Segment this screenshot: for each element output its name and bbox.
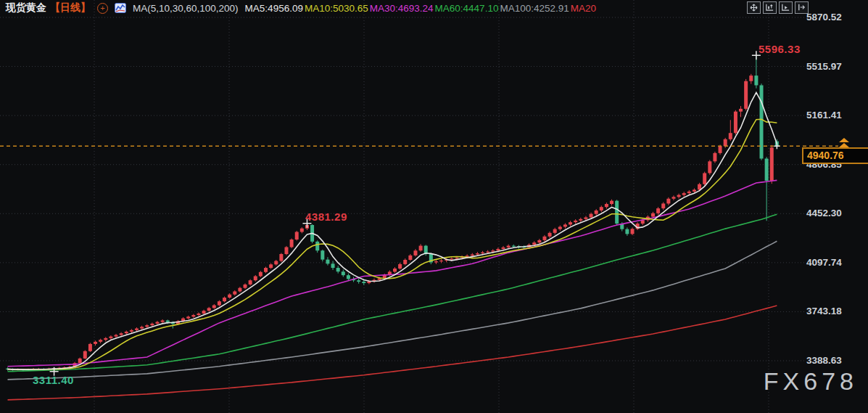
candle [656, 208, 660, 213]
price-annotation-label: 5596.33 [759, 43, 801, 55]
price-annotation-label: 4381.29 [305, 210, 347, 223]
circle-plus-icon[interactable]: + [97, 3, 108, 14]
y-axis-label: 4452.30 [806, 208, 864, 218]
candle [708, 161, 711, 173]
ma-line-MA60 [8, 214, 777, 372]
trading-chart-window: 现货黄金 【日线】 + MA(5,10,30,60,100,200) MA5:4… [0, 0, 868, 413]
candle [197, 314, 200, 315]
candle [584, 217, 587, 218]
candle [202, 311, 206, 314]
candle [507, 246, 511, 248]
candle [88, 344, 92, 351]
candle [295, 232, 299, 240]
candle [671, 197, 675, 198]
legend-item-ma20: MA20 [571, 3, 596, 14]
candle [713, 153, 716, 161]
candle [145, 325, 149, 327]
candle [140, 327, 144, 328]
candle [161, 320, 165, 322]
ma-line-MA200 [8, 306, 777, 400]
y-axis-label: 4097.74 [806, 257, 864, 268]
candle [439, 261, 443, 261]
candle [532, 242, 536, 245]
y-axis-label: 5515.97 [806, 61, 864, 72]
candle [218, 301, 221, 305]
candle [284, 247, 288, 254]
candle [631, 229, 635, 234]
price-up-arrow-icon [839, 138, 849, 148]
candle [563, 224, 567, 226]
candle [542, 237, 546, 240]
candle [78, 359, 82, 363]
candle [120, 333, 123, 335]
candle [249, 280, 252, 285]
candle [651, 213, 655, 217]
candle [207, 308, 211, 311]
legend-item-ma5: MA5:4956.09 [245, 3, 303, 14]
candle [734, 112, 737, 134]
candle [537, 240, 541, 242]
candle [300, 229, 304, 232]
goto-latest-icon[interactable] [795, 1, 809, 14]
candle [150, 324, 154, 325]
pan-icon[interactable] [747, 1, 761, 14]
candle [362, 282, 365, 283]
candlestick-chart-icon[interactable] [115, 3, 126, 13]
candle [703, 173, 706, 184]
candle [486, 252, 489, 253]
candle [115, 335, 118, 336]
current-price-value: 4940.76 [807, 150, 844, 161]
play-chart-icon[interactable] [779, 1, 793, 14]
candle [666, 199, 670, 204]
ma-line-MA100 [8, 241, 777, 380]
y-axis-label: 5161.41 [806, 110, 864, 120]
candle [481, 253, 484, 253]
candle [326, 260, 329, 264]
candle [186, 316, 190, 318]
candle [765, 158, 769, 180]
candle [238, 288, 241, 292]
candle [605, 204, 608, 207]
candle [739, 109, 743, 112]
candle [719, 146, 722, 153]
candle [590, 214, 593, 218]
candle [600, 207, 603, 210]
candle [502, 248, 505, 249]
extreme-cross-icon [774, 143, 780, 149]
candle [99, 340, 102, 342]
candlestick-chart-canvas[interactable] [0, 0, 868, 413]
candle [744, 81, 748, 109]
candle [471, 255, 474, 256]
candle [135, 329, 139, 330]
candle [548, 233, 552, 237]
candle [279, 254, 283, 261]
candle [342, 271, 345, 275]
instrument-title: 现货黄金 [6, 1, 46, 15]
candle [408, 255, 412, 260]
period-tag: 【日线】 [50, 1, 91, 15]
chart-toolbar [747, 1, 809, 14]
legend-item-ma60: MA60:4447.10 [435, 3, 499, 14]
candle [290, 240, 294, 247]
candle [155, 322, 159, 324]
chart-header: 现货黄金 【日线】 + MA(5,10,30,60,100,200) MA5:4… [6, 1, 598, 15]
candle [393, 269, 397, 271]
candle [244, 285, 247, 288]
candle [455, 258, 458, 258]
current-price-box: 4940.76 [802, 147, 868, 164]
candle [574, 221, 577, 222]
candle [269, 264, 273, 268]
candle [579, 219, 582, 221]
candle [749, 75, 753, 81]
candle [403, 260, 407, 264]
candle [760, 85, 764, 158]
candle [419, 246, 423, 251]
candle [264, 268, 268, 272]
candle [434, 261, 438, 262]
candle [754, 75, 758, 85]
candle [491, 250, 495, 251]
candle [125, 332, 128, 333]
candle [729, 133, 732, 139]
candle [336, 268, 340, 271]
fit-chart-icon[interactable] [763, 1, 777, 14]
